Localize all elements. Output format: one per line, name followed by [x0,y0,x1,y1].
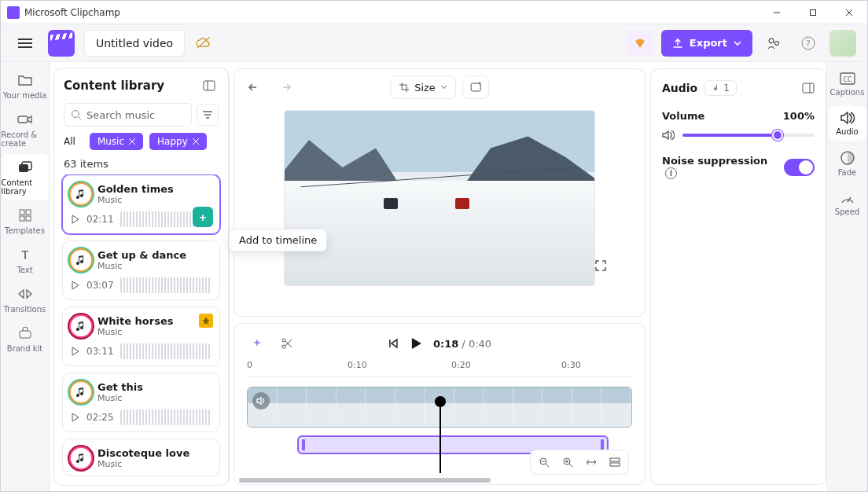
rrail-audio[interactable]: Audio [829,106,866,141]
rrail-fade[interactable]: Fade [829,145,866,182]
svg-text:CC: CC [843,76,852,83]
track-subtitle: Music [97,459,189,469]
right-rail: CC Captions Audio Fade Speed [826,62,867,491]
music-note-icon [71,316,91,336]
track-card[interactable]: White horses Music 03:11 [62,307,220,366]
playhead[interactable] [440,404,441,473]
fullscreen-button[interactable] [590,255,612,277]
zoom-out-button[interactable] [534,453,554,471]
ai-sparkle-button[interactable] [247,333,267,354]
left-rail: Your media Record & create Content libra… [1,62,50,491]
share-people-button[interactable] [760,30,787,57]
rail-record-create[interactable]: Record & create [2,106,49,152]
menu-button[interactable] [12,30,39,57]
premium-button[interactable] [627,30,653,57]
play-icon[interactable] [71,281,80,290]
track-card[interactable]: Golden times Music 02:11 + [62,174,220,234]
fade-icon [840,150,855,166]
app-title: Microsoft Clipchamp [24,7,120,18]
detach-panel-button[interactable] [802,83,815,94]
preview-thumbnail [284,110,595,286]
rail-brand-kit[interactable]: Brand kit [2,320,49,358]
audio-inspector: Audio 1 Volume 100% [650,68,826,485]
svg-rect-12 [18,116,28,123]
project-title-input[interactable]: Untitled video [84,30,185,57]
library-title: Content library [64,79,164,93]
track-card[interactable]: Get this Music 02:25 [62,373,220,432]
svg-point-8 [769,39,774,43]
rail-transitions[interactable]: Transitions [2,281,49,318]
add-to-timeline-button[interactable]: + [193,207,213,227]
export-label: Export [690,37,727,49]
expand-panel-button[interactable] [200,76,219,95]
timeline-zoom-tools [530,450,629,475]
content-library-panel: Content library Search music All Music H… [54,68,229,485]
window-minimize-button[interactable] [759,1,795,24]
skip-back-button[interactable] [388,338,399,349]
svg-rect-45 [610,458,620,461]
redo-button[interactable] [274,76,296,98]
play-icon[interactable] [71,413,80,422]
svg-text:?: ? [806,39,811,49]
chip-music[interactable]: Music [90,133,143,150]
clip-mute-icon[interactable] [252,392,270,409]
rail-your-media[interactable]: Your media [2,67,49,105]
window-maximize-button[interactable] [795,1,831,24]
ai-reframe-button[interactable] [462,75,489,99]
play-button[interactable] [410,336,422,351]
ruler-tick: 0:30 [561,360,581,370]
timeline-scrollbar[interactable] [239,478,640,483]
timeline-tracks[interactable] [247,387,632,473]
zoom-in-button[interactable] [557,453,578,471]
size-dropdown[interactable]: Size [390,75,456,99]
play-time: 0:18 / 0:40 [433,338,491,350]
user-avatar[interactable] [829,30,856,57]
svg-rect-47 [803,83,814,93]
export-button[interactable]: Export [661,30,752,57]
audio-count-pill[interactable]: 1 [704,80,737,96]
premium-badge-icon [199,314,213,328]
help-button[interactable]: ? [795,30,822,57]
upload-icon [672,38,683,49]
library-search-input[interactable]: Search music [64,103,192,127]
track-card[interactable]: Get up & dance Music 03:07 [62,240,220,300]
size-label: Size [414,82,436,94]
track-title: Golden times [97,183,174,195]
cloud-sync-icon[interactable] [194,34,213,53]
rail-content-library[interactable]: Content library [2,154,49,200]
rrail-captions[interactable]: CC Captions [829,67,866,101]
svg-rect-1 [811,9,816,15]
main-area: Your media Record & create Content libra… [1,62,867,491]
library-filter-button[interactable] [197,104,219,126]
svg-rect-16 [26,210,31,215]
track-subtitle: Music [97,327,174,337]
track-title: White horses [97,315,174,327]
volume-value: 100% [783,110,815,122]
svg-point-35 [282,339,285,342]
rail-templates[interactable]: Templates [2,202,49,240]
fit-timeline-button[interactable] [581,453,601,471]
preview-area[interactable] [253,105,626,291]
filter-all[interactable]: All [64,133,83,150]
undo-button[interactable] [244,76,266,98]
track-card[interactable]: Discoteque love Music [62,439,220,476]
project-title-text: Untitled video [96,37,173,50]
svg-point-33 [479,83,481,85]
svg-rect-20 [20,331,31,338]
split-button[interactable] [277,333,297,354]
rail-text[interactable]: T Text [2,241,49,279]
noise-suppression-toggle[interactable] [784,159,815,176]
rrail-speed[interactable]: Speed [829,186,866,221]
text-icon: T [17,246,34,263]
search-icon [71,109,82,120]
svg-point-9 [775,41,779,45]
play-icon[interactable] [71,347,80,356]
timeline-ruler[interactable]: 0 0:10 0:20 0:30 [247,360,632,377]
volume-slider[interactable] [662,130,815,141]
info-icon[interactable]: i [665,167,677,179]
toggle-tracks-button[interactable] [605,453,625,471]
noise-label: Noise suppression [662,155,767,167]
chip-happy[interactable]: Happy [149,133,207,150]
window-close-button[interactable] [831,1,867,24]
play-icon[interactable] [71,215,80,224]
